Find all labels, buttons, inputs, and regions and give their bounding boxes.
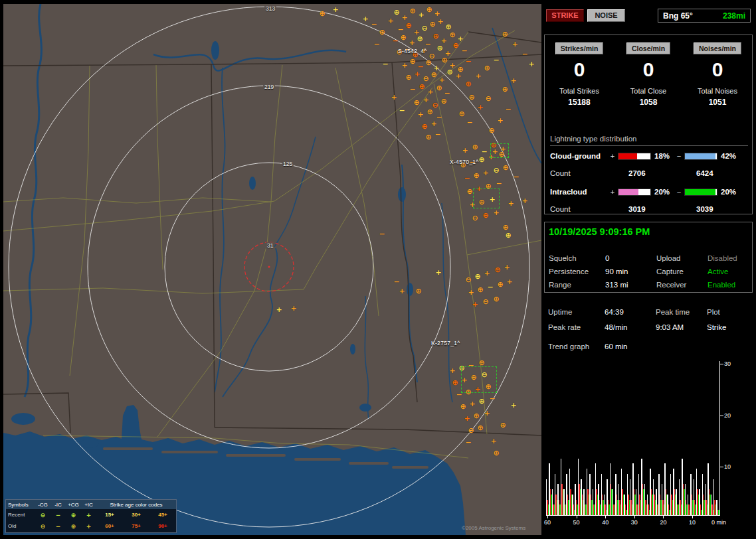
lightning-strike-symbol: ⊕ bbox=[417, 35, 423, 42]
legend-body: Recent⊖−⊕+15+30+45+Old⊖−⊕+60+75+90+ bbox=[6, 509, 176, 532]
lightning-strike-symbol: ⊕ bbox=[405, 22, 411, 29]
ic-negative-count: 3039 bbox=[684, 205, 713, 213]
lightning-strike-symbol: ⊕ bbox=[502, 164, 508, 171]
lightning-strike-symbol: − bbox=[371, 21, 377, 28]
legend-row: Old⊖−⊕+60+75+90+ bbox=[6, 520, 176, 532]
lightning-strike-symbol: ⊕ bbox=[468, 94, 474, 101]
total-strikes-label: Total Strikes bbox=[545, 87, 614, 95]
cg-positive-pct: 18% bbox=[652, 152, 675, 160]
lightning-strike-symbol: ⊕ bbox=[452, 379, 458, 386]
peak-rate-value: 48/min bbox=[605, 323, 656, 331]
lightning-strike-symbol: ⊖ bbox=[472, 214, 478, 222]
lightning-strike-symbol: − bbox=[379, 230, 385, 238]
status-row: Range 313 mi Receiver Enabled bbox=[549, 281, 749, 289]
total-strikes-value: 15188 bbox=[545, 98, 614, 107]
upload-label: Upload bbox=[656, 254, 708, 262]
lightning-strike-symbol: − bbox=[382, 60, 388, 68]
lightning-strike-symbol: ⊕ bbox=[473, 172, 479, 179]
lightning-strike-symbol: + bbox=[418, 11, 424, 19]
plus-sign: + bbox=[609, 188, 616, 196]
uptime-row: Uptime 64:39 Peak time Plot bbox=[548, 308, 749, 316]
lightning-strike-symbol: − bbox=[487, 283, 493, 291]
lightning-strike-symbol: ⊕ bbox=[452, 42, 458, 49]
lightning-strike-symbol: ⊕ bbox=[502, 31, 508, 38]
lightning-strike-symbol: + bbox=[387, 17, 393, 25]
trend-x-tick-label: 10 bbox=[689, 519, 696, 526]
trend-graph-label: Trend graph bbox=[548, 343, 605, 350]
close-rate-value: 0 bbox=[614, 58, 683, 81]
lightning-strike-symbol: ⊕ bbox=[432, 33, 438, 40]
trend-y-tick-label: 20 bbox=[724, 412, 731, 419]
lightning-strike-symbol: − bbox=[393, 278, 399, 285]
lightning-strike-symbol: ⊕ bbox=[405, 74, 411, 81]
lightning-strike-symbol: − bbox=[513, 173, 519, 181]
lightning-strike-symbol: ⊖ bbox=[432, 102, 438, 109]
lightning-strike-symbol: + bbox=[391, 94, 397, 101]
total-noises-label: Total Noises bbox=[683, 87, 752, 95]
lightning-strike-symbol: + bbox=[430, 120, 436, 127]
trend-y-tick-label: 10 bbox=[724, 463, 731, 470]
lightning-strike-symbol: − bbox=[481, 148, 487, 155]
uptime-label: Uptime bbox=[548, 308, 605, 316]
noises-per-min-button[interactable]: Noises/min bbox=[694, 42, 741, 54]
lightning-strike-symbol: ⊕ bbox=[449, 31, 455, 38]
lightning-strike-symbol: ⊕ bbox=[419, 83, 425, 90]
legend-age-title: Strike age color codes bbox=[96, 502, 176, 508]
lightning-strike-symbol: ⊕ bbox=[460, 403, 466, 410]
lightning-strike-symbol: ⊕ bbox=[493, 449, 499, 457]
distribution-title: Lightning type distribution bbox=[550, 135, 748, 146]
trend-bars bbox=[546, 361, 719, 515]
range-ring-label: 313 bbox=[264, 5, 276, 12]
legend-age-code: 75+ bbox=[132, 523, 141, 529]
lightning-strike-symbol: ⊕ bbox=[497, 281, 503, 288]
range-ring-label: 125 bbox=[282, 161, 294, 167]
trend-x-tick-label: 40 bbox=[602, 519, 609, 526]
noise-toggle-button[interactable]: NOISE bbox=[587, 9, 625, 22]
ic-count-row: Count 3019 3039 bbox=[550, 205, 749, 213]
legend-age-codes: 60+75+90+ bbox=[96, 523, 176, 529]
lightning-strike-symbol: − bbox=[505, 106, 511, 113]
lightning-strike-symbol: ⊕ bbox=[319, 10, 325, 17]
lightning-strike-symbol: ⊕ bbox=[426, 6, 432, 13]
strike-symbol-layer: +−⊕+⊕+⊕+⊕+−⊕+⊖⊕+⊕−⊕+⊕−⊕+⊕+⊕−⊕+⊖⊕+⊕−+⊕−⊕+… bbox=[3, 4, 541, 535]
lightning-strike-symbol: − bbox=[409, 86, 415, 93]
trend-minute-group bbox=[716, 361, 719, 515]
strikes-per-min-button[interactable]: Strikes/min bbox=[555, 42, 604, 54]
peak-rate-label: Peak rate bbox=[548, 323, 605, 331]
lightning-strike-symbol: ⊕ bbox=[465, 80, 471, 88]
lightning-strike-symbol: + bbox=[427, 88, 433, 96]
range-ring-label: 219 bbox=[263, 84, 275, 90]
lightning-map[interactable]: +−⊕+⊕+⊕+⊕+−⊕+⊖⊕+⊕−⊕+⊕−⊕+⊕+⊕−⊕+⊖⊕+⊕−+⊕−⊕+… bbox=[3, 4, 541, 535]
lightning-strike-symbol: ⊕ bbox=[425, 59, 431, 66]
status-row: Squelch 0 Upload Disabled bbox=[549, 254, 749, 262]
nexstorm-app: { "header": { "strike_label": "STRIKE", … bbox=[0, 0, 756, 539]
lightning-strike-symbol: ⊕ bbox=[472, 143, 478, 151]
lightning-strike-symbol: ⊕ bbox=[379, 29, 385, 36]
lightning-strike-symbol: ⊕ bbox=[502, 86, 508, 93]
lightning-strike-symbol: + bbox=[435, 269, 441, 276]
lightning-strike-symbol: ⊕ bbox=[478, 359, 484, 366]
status-row: Persistence 90 min Capture Active bbox=[549, 268, 749, 275]
close-per-min-button[interactable]: Close/min bbox=[626, 42, 670, 54]
lightning-strike-symbol: ⊕ bbox=[474, 273, 480, 280]
trend-x-axis: 605040302010 bbox=[546, 518, 720, 527]
peak-time-label: Peak time bbox=[656, 308, 707, 316]
total-noises-value: 1051 bbox=[683, 98, 752, 107]
lightning-strike-symbol: + bbox=[504, 264, 510, 271]
lightning-strike-symbol: ⊕ bbox=[425, 133, 431, 141]
minus-sign: − bbox=[675, 152, 683, 160]
capture-label: Capture bbox=[656, 268, 708, 275]
ic-negative-bar bbox=[684, 189, 717, 196]
counters-panel: Strikes/min 0 Total Strikes 15188 Close/… bbox=[544, 35, 753, 214]
lightning-strike-symbol: − bbox=[399, 107, 405, 114]
lightning-strike-symbol: − bbox=[373, 40, 379, 48]
lightning-strike-symbol: + bbox=[434, 10, 440, 17]
intracloud-row: Intracloud + 20% − 20% bbox=[550, 188, 749, 196]
lightning-strike-symbol: − bbox=[464, 175, 470, 182]
persistence-value: 90 min bbox=[605, 268, 656, 275]
lightning-strike-symbol: + bbox=[475, 72, 481, 80]
lightning-strike-symbol: − bbox=[392, 37, 398, 44]
lightning-strike-symbol: ⊕ bbox=[478, 156, 484, 163]
lightning-strike-symbol: + bbox=[510, 402, 516, 409]
strike-toggle-button[interactable]: STRIKE bbox=[546, 9, 584, 22]
